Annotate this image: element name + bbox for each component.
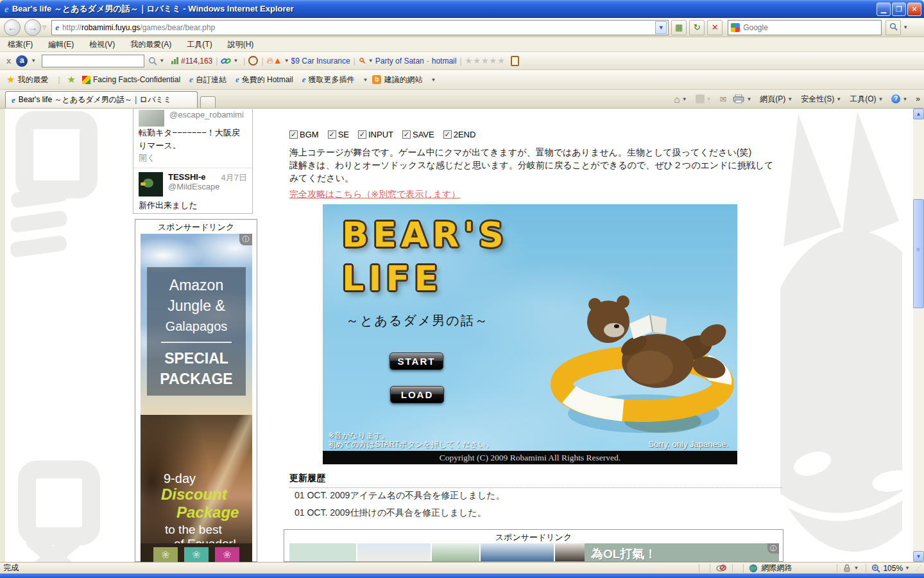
start-button[interactable]: START [389,353,443,370]
stop-button[interactable]: ✕ [707,20,723,35]
party-of-satan-link[interactable]: Party of Satan [375,57,424,66]
ad-thumb-1[interactable] [289,543,356,562]
alexa-toolbar: x a ▼ ▼ #114,163 | ▼ | | 🔥︎▲ ▼ $9 Car In… [0,52,924,70]
page-menu[interactable]: 網頁(P)▼ [760,94,794,105]
bottom-ad-thumbnails[interactable] [289,543,609,562]
read-mail-button[interactable]: ✉ [719,94,726,104]
ad-thumb-2[interactable] [357,543,431,562]
ad-line-jungle: Jungle & [147,295,246,316]
ad-swatch-teal: ❀ [184,547,209,562]
menu-tools[interactable]: 工具(T) [179,39,219,50]
toolbar-close-button[interactable]: x [6,56,11,66]
car-insurance-link[interactable]: $9 Car Insurance [291,57,350,66]
save-checkbox[interactable]: ✓ [402,130,411,139]
input-checkbox[interactable]: ✓ [358,130,366,139]
rating-stars[interactable]: ★★★★★ [465,56,506,66]
favorites-button[interactable]: 我的最愛 [17,74,48,85]
bottom-ad-info-icon[interactable]: ⓘ [767,543,779,554]
favorite-free-hotmail[interactable]: 免費的 Hotmail [242,74,293,85]
hotmail-link[interactable]: hotmail [432,57,457,66]
game-flash-area[interactable]: BEAR'S LIFE ～とあるダメ男の話～ START LOAD [323,204,737,464]
alexa-magnifier-icon[interactable] [148,57,157,66]
alexa-dropdown-icon[interactable]: ▼ [31,58,36,64]
ad-thumb-4[interactable] [481,543,554,562]
menu-view[interactable]: 檢視(V) [81,39,123,50]
alexa-icon[interactable]: a [16,55,28,67]
hot-search-dropdown-icon[interactable]: ▼ [368,58,373,64]
search-box[interactable] [728,20,882,35]
back-button[interactable]: ← [4,19,21,36]
favorites-star-icon[interactable]: ★ [6,74,15,85]
address-dropdown-button[interactable]: ▼ [655,21,667,34]
walkthrough-link[interactable]: 完全攻略はこちら（※別窓で表示します） [289,189,460,200]
menu-favorites[interactable]: 我的最愛(A) [123,39,179,50]
favorite-custom-links[interactable]: 自訂連結 [196,74,227,85]
sidebar-ad-banner[interactable]: ⓘ Amazon Jungle & Galapagos SPECIAL PACK… [141,234,252,562]
favorite-facing-facts[interactable]: Facing Facts-Confidential [93,75,180,84]
hot-dropdown-icon[interactable]: ▼ [284,58,289,64]
zoom-control[interactable]: 105% ▼ [871,564,912,573]
links-dropdown-icon[interactable]: ▼ [233,58,238,64]
alexa-search-dropdown-icon[interactable]: ▼ [159,58,164,64]
close-button[interactable]: ✕ [907,3,921,16]
scroll-down-button[interactable]: ▼ [913,551,924,562]
minimize-button[interactable]: ▁ [877,3,891,16]
more-commands-chevron[interactable]: » [916,94,920,103]
tweet2-avatar[interactable] [139,172,163,197]
hot-deals-icon[interactable]: 🔥︎▲ [267,55,282,66]
menu-edit[interactable]: 編輯(E) [40,39,81,50]
feeds-button[interactable]: ▼ [696,94,714,103]
links-icon[interactable] [221,57,231,66]
ie-link-icon: e [302,74,306,85]
load-button[interactable]: LOAD [390,386,444,403]
clipboard-icon[interactable] [511,56,519,66]
restore-button[interactable]: ❐ [892,3,906,16]
add-to-favorites-icon[interactable]: ★ [67,74,76,85]
search-button[interactable] [886,20,901,35]
bottom-ad-text-banner[interactable]: 為OL打氣！ ⓘ [585,543,779,562]
menu-file[interactable]: 檔案(F) [0,39,40,50]
tweet2-handle[interactable]: @MildEscape [168,182,219,191]
status-text: 完成 [0,563,694,574]
get-addons-dropdown-icon[interactable]: ▼ [363,77,368,83]
menu-help[interactable]: 說明(H) [220,39,262,50]
suggested-sites-dropdown-icon[interactable]: ▼ [431,77,436,83]
help-menu[interactable]: ?▼ [891,94,909,103]
tab-bears-life[interactable]: e Bear's life ～とあるダメ男の話～｜ロバミミ [5,91,198,108]
speed-icon[interactable] [248,56,258,66]
history-dropdown-icon[interactable]: ▽ [42,24,46,30]
ad-overlay-box: Amazon Jungle & Galapagos SPECIAL PACKAG… [147,267,246,396]
tools-menu[interactable]: 工具(O)▼ [850,94,885,105]
2end-checkbox[interactable]: ✓ [443,130,452,139]
safety-menu[interactable]: 安全性(S)▼ [801,94,843,105]
scroll-up-button[interactable]: ▲ [913,109,924,119]
tweet1-open-link[interactable]: 開く [139,152,247,164]
ad-thumb-3[interactable] [432,543,479,562]
new-tab-button[interactable] [200,96,216,108]
ie-icon: e [4,4,9,15]
home-button[interactable]: ⌂▼ [674,94,689,105]
search-options-dropdown-icon[interactable]: ▼ [903,24,908,30]
bgm-checkbox[interactable]: ✓ [289,130,298,139]
address-bar[interactable]: e http://robamimi.fuyu.gs/games/bear/bea… [51,20,669,35]
protected-mode-button[interactable]: ▼ [843,564,860,572]
tweet1-avatar[interactable] [139,110,164,127]
print-button[interactable]: ▼ [733,94,753,103]
refresh-button[interactable]: ↻ [689,20,705,35]
favorite-suggested-sites[interactable]: 建議的網站 [384,74,422,85]
tweet1-handle[interactable]: @escape_robamimi [169,110,244,119]
vertical-scrollbar[interactable]: ▲ ▼ [913,109,924,562]
ad-info-icon[interactable]: ⓘ [239,234,252,245]
compatibility-view-button[interactable]: ▦ [671,20,687,35]
alexa-search-input[interactable] [42,55,144,67]
privacy-blocked-indicator[interactable] [715,565,727,572]
game-description: 海上コテージが舞台です。ゲーム中にクマが出てきますが、置物ではありません。生物と… [289,146,780,184]
se-checkbox[interactable]: ✓ [328,130,336,139]
scrollbar-thumb[interactable] [913,199,924,308]
hot-search-icon[interactable]: 🔍︎ [359,57,366,66]
search-input[interactable] [743,23,865,32]
favorite-get-addons[interactable]: 獲取更多插件 [308,74,354,85]
browser-window: e Bear's life ～とあるダメ男の話～｜ロバミミ - Windows … [0,0,924,578]
forward-button[interactable]: → [24,19,41,36]
tweet2-name[interactable]: TESSHI-e [168,172,206,182]
